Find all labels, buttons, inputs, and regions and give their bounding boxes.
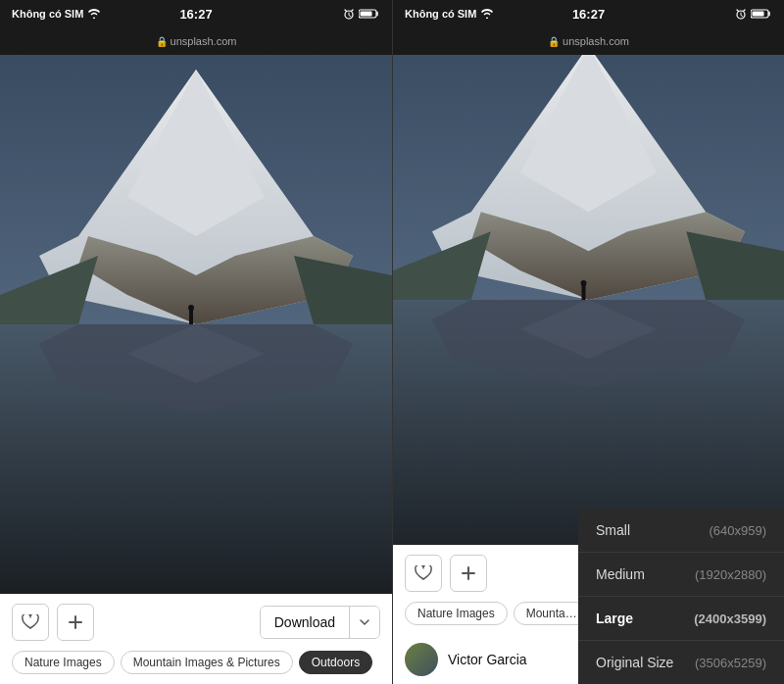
tag-nature-left[interactable]: Nature Images	[12, 651, 115, 674]
status-right-left	[343, 8, 380, 20]
carrier-left: Không có SIM	[12, 8, 83, 20]
carrier-right: Không có SIM	[405, 8, 476, 20]
heart-button-right[interactable]	[405, 555, 442, 592]
status-bar-left: Không có SIM 16:27	[0, 0, 392, 27]
avatar-right	[405, 643, 438, 676]
dropdown-item-small[interactable]: Small (640x959)	[578, 509, 784, 553]
image-right	[393, 55, 784, 545]
dropdown-label-large: Large	[596, 611, 633, 626]
lock-icon-right: 🔒	[548, 36, 560, 47]
caret-down-icon-left	[360, 619, 369, 626]
tag-nature-right[interactable]: Nature Images	[405, 602, 508, 625]
time-left: 16:27	[179, 7, 212, 22]
dropdown-size-original: (3506x5259)	[695, 656, 766, 670]
dropdown-label-small: Small	[596, 522, 630, 538]
tag-mountain-left[interactable]: Mountain Images & Pictures	[121, 651, 293, 674]
svg-rect-5	[753, 12, 764, 17]
url-bar-right: 🔒 unsplash.com	[393, 27, 784, 55]
dropdown-size-large: (2400x3599)	[694, 611, 766, 626]
action-row-left: Download	[0, 594, 392, 651]
svg-rect-2	[361, 12, 372, 17]
download-group-left: Download	[260, 606, 380, 639]
status-bar-right: Không có SIM 16:27	[393, 0, 784, 27]
dropdown-size-small: (640x959)	[709, 523, 766, 538]
heart-icon-left	[22, 614, 39, 630]
bottom-controls-left: Download Nature Images Mountain Images &…	[0, 594, 392, 684]
wifi-icon-right	[480, 9, 494, 19]
status-left: Không có SIM	[12, 8, 101, 20]
lock-icon-left: 🔒	[156, 36, 168, 47]
url-domain-right: unsplash.com	[563, 35, 629, 47]
url-text-right: 🔒 unsplash.com	[548, 35, 629, 47]
tags-row-left: Nature Images Mountain Images & Pictures…	[0, 651, 392, 684]
download-button-left[interactable]: Download	[261, 607, 349, 638]
status-left-right: Không có SIM	[405, 8, 494, 20]
plus-button-left[interactable]	[57, 604, 94, 641]
image-left	[0, 55, 392, 594]
url-text-left: 🔒 unsplash.com	[156, 35, 237, 47]
plus-icon-right	[461, 565, 476, 581]
plus-button-right[interactable]	[450, 555, 487, 592]
download-dropdown-right: Small (640x959) Medium (1920x2880) Large…	[578, 509, 784, 684]
dropdown-item-medium[interactable]: Medium (1920x2880)	[578, 553, 784, 597]
plus-icon-left	[68, 614, 83, 630]
heart-button-left[interactable]	[12, 604, 49, 641]
right-panel: Không có SIM 16:27 🔒 unsplash.	[392, 0, 784, 684]
alarm-icon-left	[343, 8, 355, 20]
wifi-icon-left	[87, 9, 101, 19]
battery-icon-left	[359, 8, 380, 20]
battery-icon-right	[751, 8, 772, 20]
mountain-photo-left	[0, 55, 392, 594]
dropdown-size-medium: (1920x2880)	[695, 567, 766, 582]
dropdown-label-original: Original Size	[596, 655, 673, 670]
mountain-photo-right	[393, 55, 784, 545]
left-panel: Không có SIM 16:27	[0, 0, 392, 684]
url-bar-left: 🔒 unsplash.com	[0, 27, 392, 55]
time-right: 16:27	[572, 7, 605, 22]
download-caret-left[interactable]	[349, 607, 379, 638]
url-domain-left: unsplash.com	[171, 35, 237, 47]
alarm-icon-right	[735, 8, 747, 20]
status-right-right	[735, 8, 772, 20]
dropdown-item-large[interactable]: Large (2400x3599)	[578, 597, 784, 641]
tag-outdoors-left[interactable]: Outdoors	[299, 651, 372, 674]
dropdown-item-original[interactable]: Original Size (3506x5259)	[578, 641, 784, 684]
dropdown-label-medium: Medium	[596, 566, 645, 582]
heart-icon-right	[415, 565, 432, 581]
author-name-right: Victor Garcia	[448, 652, 527, 667]
